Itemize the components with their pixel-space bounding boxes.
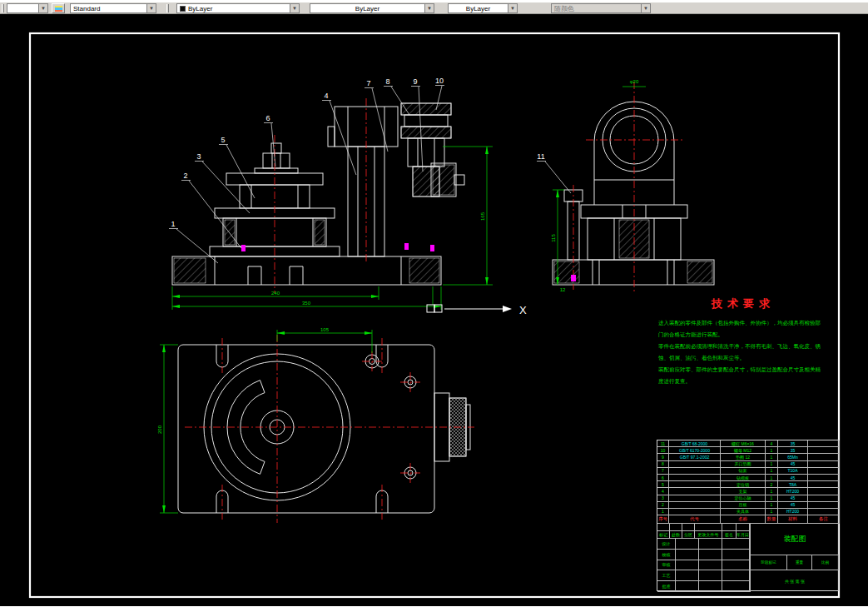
- bom-cell: [669, 481, 721, 488]
- bom-cell: 3: [657, 495, 669, 502]
- callout-number-3: 3: [196, 152, 201, 161]
- bom-cell: [722, 570, 750, 581]
- bom-cell: [682, 524, 695, 531]
- bom-part-row: 7钻套1T10A: [657, 468, 838, 475]
- bom-cell: [676, 570, 699, 581]
- bom-cell: 代号: [669, 515, 721, 524]
- bom-cell: 材料: [778, 515, 808, 524]
- lineweight-combo-label: ByLayer: [449, 5, 508, 12]
- toolbar-grip[interactable]: [2, 4, 4, 12]
- bom-cell: [699, 539, 722, 550]
- bom-cell: 数量: [766, 515, 778, 524]
- bom-cell: [670, 524, 682, 531]
- bom-header-row: 序号代号名称数量材料备注: [657, 515, 838, 524]
- plotstyle-combo-label: 随颜色: [552, 4, 641, 13]
- plotstyle-combo[interactable]: 随颜色 ▼: [551, 3, 651, 13]
- bom-cell: 4: [657, 488, 669, 495]
- bom-cell: 1: [766, 461, 778, 468]
- bom-part-row: 1夹具体1HT200: [657, 509, 838, 515]
- bom-cell: 处数: [670, 531, 682, 539]
- callout-number-1: 1: [171, 220, 175, 228]
- chevron-down-icon[interactable]: ▼: [641, 4, 650, 12]
- bom-sign-row: 审核: [657, 560, 750, 571]
- bom-cell: 35: [778, 440, 808, 447]
- callout-number-9: 9: [413, 77, 417, 86]
- dim-text: φ20: [630, 79, 639, 84]
- bom-part-row: 2压板145: [657, 502, 838, 509]
- bom-cell: GB/T 6170-2000: [669, 447, 721, 454]
- color-combo-label: ByLayer: [186, 5, 290, 12]
- bom-cell: [669, 488, 721, 495]
- linetype-combo[interactable]: ByLayer ▼: [310, 3, 434, 13]
- layers-button[interactable]: [52, 3, 65, 13]
- bom-cell: 审核: [657, 560, 676, 571]
- callout-number-2: 2: [183, 172, 187, 180]
- callout-number-4: 4: [324, 92, 328, 100]
- bom-cell: [676, 581, 699, 592]
- callout-leaders: [176, 86, 571, 263]
- change-record-header-row: 标记处数分区更改文件号签名年月日: [657, 531, 750, 539]
- bom-cell: 1: [766, 475, 778, 481]
- chevron-down-icon[interactable]: ▼: [290, 4, 299, 12]
- bom-cell: 2: [766, 481, 778, 488]
- bom-part-row: 5定位销2T8A: [657, 481, 838, 488]
- bom-cell: [808, 481, 840, 488]
- bom-cell: 设计: [657, 539, 676, 550]
- dim-text: 240: [271, 291, 280, 296]
- hatch-regions: [174, 103, 712, 456]
- tech-req-line: 装配前应对零、部件的主要配合尺寸，特别是过盈配合尺寸及相关精: [658, 364, 828, 376]
- bom-cell: [808, 461, 840, 468]
- bom-sign-row: 校核: [657, 550, 750, 560]
- dim-text: 165: [480, 211, 485, 221]
- bom-cell: 支架: [721, 488, 766, 495]
- bom-cell: [669, 468, 721, 475]
- tech-req-line: 零件在装配前必须清理和清洗干净，不得有毛刺、飞边、氧化皮、锈: [658, 341, 828, 352]
- bom-cell: 垫圈 12: [721, 454, 766, 460]
- color-combo[interactable]: ByLayer ▼: [176, 3, 300, 13]
- block-markers: [241, 243, 576, 281]
- bom-cell: [808, 468, 840, 475]
- bom-cell: 钻模板: [721, 475, 766, 481]
- bom-cell: 钻套: [721, 468, 766, 475]
- bom-cell: 1: [766, 454, 778, 460]
- chevron-down-icon[interactable]: ▼: [146, 4, 156, 12]
- color-swatch: [180, 6, 186, 12]
- drawing-name: 装配图: [751, 524, 839, 555]
- stage-label: 阶段标记: [751, 555, 787, 570]
- lineweight-combo[interactable]: ByLayer ▼: [448, 3, 518, 13]
- tech-req-line: 门的合格证方能进行装配。: [658, 329, 828, 341]
- bom-cell: [699, 570, 722, 581]
- title-block-grid: 标记处数分区更改文件号签名年月日 设计校核审核工艺批准 装配图 阶段标记 重量 …: [657, 524, 838, 592]
- bom-cell: 7: [657, 468, 669, 475]
- style-combo-label: Standard: [71, 5, 146, 12]
- bom-cell: 分区: [682, 531, 695, 539]
- bom-cell: GB/T 68-2000: [669, 440, 721, 447]
- bom-part-row: 10GB/T 6170-2000螺母 M12135: [657, 447, 838, 454]
- bom-cell: GB/T 97.1-2002: [669, 454, 721, 460]
- chevron-down-icon[interactable]: ▼: [508, 4, 517, 12]
- style-combo[interactable]: Standard ▼: [70, 3, 156, 13]
- bom-cell: 校核: [657, 550, 676, 560]
- cad-application-window: { "toolbar": { "style_label": "Standard"…: [0, 0, 868, 612]
- bom-cell: [808, 502, 840, 509]
- chevron-down-icon[interactable]: ▼: [424, 4, 434, 12]
- dimension-arrows: [162, 147, 559, 513]
- bom-cell: 1: [766, 495, 778, 502]
- linetype-combo-label: ByLayer: [310, 5, 424, 12]
- tech-req-line: 蚀、切屑、油污、着色剂和灰尘等。: [658, 352, 828, 364]
- bom-cell: 年月日: [737, 531, 750, 539]
- bom-part-row: 4支架1HT200: [657, 488, 838, 495]
- toolbar-grip[interactable]: [166, 4, 169, 12]
- bom-cell: 序号: [657, 515, 669, 524]
- bom-cell: 1: [766, 468, 778, 475]
- bom-cell: T8A: [778, 481, 808, 488]
- title-block-right: 装配图 阶段标记 重量 比例 共 张 第 张: [751, 524, 839, 592]
- bom-cell: 开口垫圈: [721, 461, 766, 468]
- dim-text: 105: [320, 327, 330, 332]
- scale-label: 比例: [812, 555, 839, 570]
- workspace-combo[interactable]: ▼: [7, 3, 48, 13]
- bom-cell: 1: [766, 509, 778, 515]
- chevron-down-icon[interactable]: ▼: [38, 4, 47, 12]
- view-geometry: [172, 102, 714, 513]
- bom-cell: 工艺: [657, 570, 676, 581]
